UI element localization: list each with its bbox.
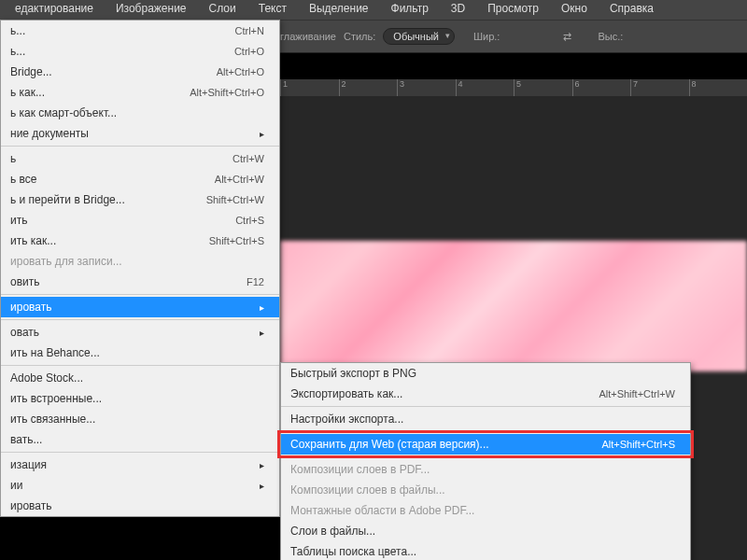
menu-item-label: ь как смарт-объект... [10, 106, 117, 119]
file-item-12: ировать для записи... [1, 251, 279, 272]
ruler-mark: 3 [397, 79, 456, 96]
submenu-arrow-icon: ▸ [260, 460, 264, 470]
menu-separator [1, 319, 279, 320]
export-submenu: Быстрый экспорт в PNGЭкспортировать как.… [280, 362, 691, 560]
menu-item-label: ние документы [10, 127, 89, 140]
file-item-7[interactable]: ьCtrl+W [1, 148, 279, 169]
file-item-4[interactable]: ь как смарт-объект... [1, 103, 279, 123]
menu-item-label: ить на Behance... [10, 346, 100, 359]
file-item-0[interactable]: ь...Ctrl+N [1, 21, 279, 41]
menu-item-label: ь... [10, 24, 25, 37]
menu-item-label: Быстрый экспорт в PNG [290, 367, 416, 380]
export-item-11[interactable]: Таблицы поиска цвета... [281, 541, 690, 560]
ruler-mark: 2 [339, 79, 398, 96]
file-item-20[interactable]: Adobe Stock... [1, 368, 279, 388]
menu-item-label: Композиции слоев в PDF... [290, 463, 430, 476]
antialias-label: глаживание [280, 31, 336, 42]
menu-item-label: ировать для записи... [10, 255, 122, 268]
style-select[interactable]: Обычный [383, 28, 455, 45]
file-item-27[interactable]: ировать [1, 496, 279, 516]
menu-item-label: ить встроенные... [10, 392, 102, 405]
document-image [280, 241, 747, 371]
menu-shortcut: Alt+Shift+Ctrl+S [601, 439, 675, 450]
file-item-5[interactable]: ние документы▸ [1, 123, 279, 144]
menu-item-label: овить [10, 275, 40, 288]
export-item-8: Композиции слоев в файлы... [281, 480, 690, 500]
menu-separator [1, 146, 279, 147]
menu-item-label: Adobe Stock... [10, 371, 83, 385]
menu-filter[interactable]: Фильтр [380, 0, 440, 19]
submenu-arrow-icon: ▸ [260, 481, 264, 491]
menu-text[interactable]: Текст [247, 0, 298, 19]
export-item-0[interactable]: Быстрый экспорт в PNG [281, 363, 690, 384]
menu-item-label: Экспортировать как... [290, 387, 402, 400]
menu-item-label: Bridge... [10, 65, 52, 78]
ruler-mark: 4 [456, 79, 514, 96]
menu-help[interactable]: Справка [599, 0, 665, 19]
menu-item-label: ить как... [10, 234, 56, 247]
menu-edit[interactable]: едактирование [4, 0, 105, 19]
menu-shortcut: Ctrl+N [235, 25, 264, 36]
menu-layers[interactable]: Слои [198, 0, 247, 19]
menu-item-label: Сохранить для Web (старая версия)... [290, 438, 489, 451]
ruler-mark: 7 [630, 79, 689, 96]
menu-item-label: Монтажные области в Adobe PDF... [290, 504, 474, 517]
menu-item-label: Настройки экспорта... [290, 413, 403, 426]
menu-item-label: Композиции слоев в файлы... [290, 483, 445, 497]
menu-item-label: вать... [10, 433, 42, 446]
width-label: Шир.: [473, 31, 500, 42]
file-item-2[interactable]: Bridge...Alt+Ctrl+O [1, 62, 279, 82]
file-item-17[interactable]: овать▸ [1, 322, 279, 343]
ruler-mark: 1 [280, 79, 339, 96]
file-item-9[interactable]: ь и перейти в Bridge...Shift+Ctrl+W [1, 189, 279, 210]
menu-view[interactable]: Просмотр [476, 0, 550, 19]
menu-shortcut: Ctrl+O [234, 46, 264, 57]
file-item-15[interactable]: ировать▸ [1, 297, 279, 317]
menu-separator [1, 365, 279, 366]
menubar: едактирование Изображение Слои Текст Выд… [0, 0, 747, 20]
menu-image[interactable]: Изображение [105, 0, 198, 19]
menu-separator [1, 452, 279, 453]
ruler-mark: 8 [689, 79, 748, 96]
menu-item-label: ь как... [10, 86, 45, 99]
menu-3d[interactable]: 3D [440, 0, 476, 19]
file-item-21[interactable]: ить встроенные... [1, 388, 279, 409]
file-item-11[interactable]: ить как...Shift+Ctrl+S [1, 231, 279, 251]
menu-shortcut: Shift+Ctrl+W [206, 194, 264, 205]
file-item-10[interactable]: итьCtrl+S [1, 210, 279, 231]
export-item-1[interactable]: Экспортировать как...Alt+Shift+Ctrl+W [281, 384, 690, 404]
menu-selection[interactable]: Выделение [298, 0, 380, 19]
menu-item-label: Слои в файлы... [290, 525, 375, 538]
file-item-26[interactable]: ии▸ [1, 475, 279, 496]
file-item-25[interactable]: изация▸ [1, 455, 279, 475]
menu-shortcut: Alt+Ctrl+W [215, 174, 264, 185]
file-item-18[interactable]: ить на Behance... [1, 343, 279, 363]
file-item-1[interactable]: ь...Ctrl+O [1, 41, 279, 62]
swap-icon[interactable]: ⇄ [563, 31, 571, 43]
ruler-mark: 5 [514, 79, 572, 96]
file-item-22[interactable]: ить связанные... [1, 409, 279, 429]
menu-item-label: ить связанные... [10, 413, 95, 426]
export-item-5[interactable]: Сохранить для Web (старая версия)...Alt+… [281, 434, 690, 455]
file-item-3[interactable]: ь как...Alt+Shift+Ctrl+O [1, 82, 279, 103]
export-item-3[interactable]: Настройки экспорта... [281, 409, 690, 429]
style-label: Стиль: [344, 31, 375, 42]
menu-window[interactable]: Окно [550, 0, 599, 19]
menu-item-label: ировать [10, 499, 51, 512]
submenu-arrow-icon: ▸ [260, 328, 264, 338]
file-item-8[interactable]: ь всеAlt+Ctrl+W [1, 169, 279, 189]
file-item-13[interactable]: овитьF12 [1, 272, 279, 292]
menu-shortcut: Shift+Ctrl+S [209, 235, 264, 246]
export-item-10[interactable]: Слои в файлы... [281, 521, 690, 541]
file-item-23[interactable]: вать... [1, 429, 279, 450]
menu-item-label: ь... [10, 45, 25, 58]
menu-item-label: ь [10, 152, 16, 165]
menu-item-label: ировать [10, 301, 51, 314]
height-label: Выс.: [598, 31, 623, 42]
menu-separator [281, 456, 690, 457]
submenu-arrow-icon: ▸ [260, 302, 264, 313]
file-menu-dropdown: ь...Ctrl+Nь...Ctrl+OBridge...Alt+Ctrl+Oь… [0, 20, 280, 517]
menu-separator [1, 294, 279, 295]
menu-item-label: овать [10, 326, 39, 339]
ruler-mark: 6 [572, 79, 631, 96]
